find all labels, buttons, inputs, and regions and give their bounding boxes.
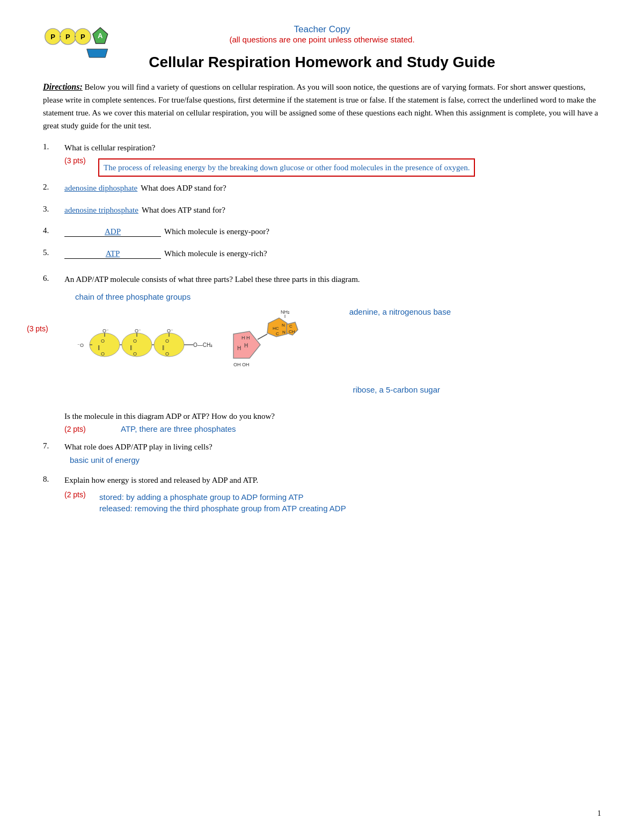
header: P P P A Teacher Copy (all questions are … — [43, 21, 601, 44]
question-row: 2. adenosine diphosphate What does ADP s… — [43, 182, 601, 199]
q1-body: What is cellular respiration? (3 pts) Th… — [64, 142, 601, 177]
svg-text:O: O — [101, 351, 105, 357]
svg-text:O⁻: O⁻ — [103, 328, 109, 333]
q3-text: What does ATP stand for? — [142, 204, 225, 216]
logo: P P P A — [43, 21, 113, 61]
q8-answer-line2: released: removing the third phosphate g… — [99, 504, 346, 513]
svg-text:H: H — [244, 343, 248, 349]
q5-answer: ATP — [64, 249, 161, 259]
svg-text:O: O — [133, 351, 137, 357]
page-title: Cellular Respiration Homework and Study … — [43, 54, 601, 71]
q1-text: What is cellular respiration? — [64, 142, 601, 154]
svg-text:H: H — [237, 345, 241, 351]
q6-sub-pts: (2 pts) — [64, 425, 94, 433]
q3-body: adenosine triphosphate What does ATP sta… — [64, 204, 601, 221]
svg-text:O—CH₂: O—CH₂ — [193, 342, 213, 348]
q8-num: 8. — [43, 474, 64, 489]
q6-text: An ADP/ATP molecule consists of what thr… — [64, 273, 601, 286]
question-row: 4. ADP Which molecule is energy-poor? — [43, 226, 601, 242]
all-questions-label: (all questions are one point unless othe… — [229, 35, 414, 44]
teacher-info: Teacher Copy (all questions are one poin… — [229, 21, 414, 44]
svg-text:O⁻: O⁻ — [135, 328, 141, 333]
svg-text:O: O — [101, 338, 105, 344]
logo-svg: P P P A — [43, 21, 113, 59]
q6-sub-text: Is the molecule in this diagram ADP or A… — [64, 410, 601, 423]
q5-text: Which molecule is energy-rich? — [164, 248, 267, 260]
atp-diagram-svg: O ‖ O O⁻ O ‖ O O⁻ O ‖ O — [75, 302, 301, 396]
q8-answer-area: (2 pts) stored: by adding a phosphate gr… — [64, 490, 601, 513]
directions-label: Directions: — [43, 82, 83, 91]
directions-block: Directions: Below you will find a variet… — [43, 81, 601, 132]
svg-text:A: A — [98, 32, 103, 40]
q8-answers: stored: by adding a phosphate group to A… — [99, 490, 346, 513]
q6-pts: (3 pts) — [27, 324, 56, 333]
svg-text:H  H: H H — [241, 335, 250, 340]
q6-header: 6. An ADP/ATP molecule consists of what … — [43, 273, 601, 288]
q8-body: Explain how energy is stored and release… — [64, 474, 601, 489]
svg-text:N: N — [282, 330, 286, 335]
q4-answer: ADP — [64, 227, 161, 237]
q6-sub-answer: ATP, there are three phosphates — [121, 424, 236, 433]
q6-num: 6. — [43, 273, 64, 288]
q2-answer: adenosine diphosphate — [64, 184, 137, 193]
q1-pts: (3 pts) — [64, 156, 94, 165]
q6-sub: Is the molecule in this diagram ADP or A… — [64, 404, 601, 434]
question-row: 8. Explain how energy is stored and rele… — [43, 474, 601, 513]
q1-answer: The process of releasing energy by the b… — [98, 158, 475, 177]
question-row: 6. An ADP/ATP molecule consists of what … — [43, 273, 601, 433]
svg-text:HC: HC — [273, 326, 279, 331]
svg-text:O: O — [165, 351, 169, 357]
adenine-label: adenine, a nitrogenous base — [349, 307, 451, 316]
q2-num: 2. — [43, 182, 64, 199]
svg-text:⁻O: ⁻O — [77, 343, 84, 348]
svg-line-50 — [258, 334, 267, 339]
svg-text:C: C — [289, 324, 292, 329]
page-number: 1 — [597, 809, 601, 818]
q4-text: Which molecule is energy-poor? — [164, 226, 269, 238]
svg-text:OH OH: OH OH — [233, 362, 250, 367]
svg-text:P: P — [50, 33, 55, 41]
svg-marker-10 — [87, 49, 108, 57]
svg-text:‖: ‖ — [130, 345, 133, 350]
q7-text: What role does ADP/ATP play in living ce… — [64, 441, 601, 453]
svg-text:N: N — [282, 323, 285, 328]
q4-num: 4. — [43, 226, 64, 242]
q6-body: An ADP/ATP molecule consists of what thr… — [64, 273, 601, 288]
svg-text:‖: ‖ — [162, 345, 165, 350]
q3-answer: adenosine triphosphate — [64, 206, 138, 215]
q8-answer-line1: stored: by adding a phosphate group to A… — [99, 492, 346, 502]
q8-header: 8. Explain how energy is stored and rele… — [43, 474, 601, 489]
svg-text:O: O — [133, 338, 137, 344]
svg-text:C: C — [276, 331, 279, 336]
directions-text: Below you will find a variety of questio… — [43, 83, 598, 130]
ribose-label: ribose, a 5-carbon sugar — [353, 385, 440, 394]
q6-diagram-area: (3 pts) chain of three phosphate groups … — [64, 292, 601, 400]
q8-pts: (2 pts) — [64, 490, 94, 499]
q3-num: 3. — [43, 204, 64, 221]
q7-num: 7. — [43, 441, 64, 465]
q7-header: 7. What role does ADP/ATP play in living… — [43, 441, 601, 465]
diagram-wrapper: chain of three phosphate groups O ‖ O O⁻… — [64, 292, 467, 400]
q4-body: ADP Which molecule is energy-poor? — [64, 226, 601, 242]
q2-text: What does ADP stand for? — [141, 182, 226, 194]
q7-answer: basic unit of energy — [70, 455, 601, 465]
q2-body: adenosine diphosphate What does ADP stan… — [64, 182, 601, 199]
question-row: 3. adenosine triphosphate What does ATP … — [43, 204, 601, 221]
svg-text:NH₂: NH₂ — [281, 309, 290, 315]
q8-text: Explain how energy is stored and release… — [64, 474, 601, 487]
q5-body: ATP Which molecule is energy-rich? — [64, 248, 601, 264]
q7-body: What role does ADP/ATP play in living ce… — [64, 441, 601, 465]
question-row: 5. ATP Which molecule is energy-rich? — [43, 248, 601, 264]
svg-text:P: P — [80, 33, 85, 41]
q5-num: 5. — [43, 248, 64, 264]
q1-num: 1. — [43, 142, 64, 177]
svg-text:O: O — [165, 338, 169, 344]
questions-area: 1. What is cellular respiration? (3 pts)… — [43, 142, 601, 513]
phosphate-label: chain of three phosphate groups — [75, 292, 191, 301]
svg-text:P: P — [65, 33, 70, 41]
svg-text:O⁻: O⁻ — [167, 328, 173, 333]
svg-text:‖: ‖ — [98, 345, 100, 350]
question-row: 1. What is cellular respiration? (3 pts)… — [43, 142, 601, 177]
question-row: 7. What role does ADP/ATP play in living… — [43, 441, 601, 465]
svg-text:CH: CH — [289, 329, 295, 334]
